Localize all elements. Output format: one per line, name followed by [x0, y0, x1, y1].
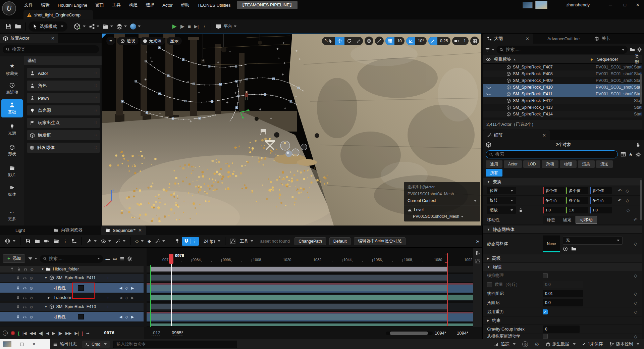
- track-visibility-f411[interactable]: ⊘ 可视性 ◀◇▶: [0, 283, 144, 293]
- place-item-pawn[interactable]: Pawn⁞⁞: [27, 93, 100, 103]
- tab-advance-outline[interactable]: AdvanceOutLine: [543, 34, 584, 44]
- table-row[interactable]: SM_SpireRock_F413StaticMe: [483, 104, 642, 111]
- timeline-ruler[interactable]: 0972098409961008102010321044105610681080…: [147, 253, 482, 265]
- step-forward-button[interactable]: |▶: [58, 331, 62, 336]
- tab-content-browser[interactable]: 内容浏览器: [54, 227, 83, 233]
- section-physics[interactable]: ▼物理: [483, 263, 642, 271]
- move-tool[interactable]: [335, 37, 344, 45]
- mesh-select-dropdown[interactable]: 无: [563, 237, 623, 245]
- object-section-bar[interactable]: [150, 275, 447, 281]
- sidebar-item-favorites[interactable]: ★收藏夹: [1, 60, 23, 79]
- tab-levels[interactable]: 关卡: [590, 34, 614, 44]
- add-section-icon[interactable]: ＋: [106, 275, 110, 281]
- menu-edit[interactable]: 编辑: [37, 0, 54, 10]
- surface-snap-toggle[interactable]: [375, 37, 384, 45]
- keyframe-icon[interactable]: ◇: [634, 241, 637, 246]
- cinematics-dropdown[interactable]: [101, 21, 115, 32]
- viewport-menu-button[interactable]: ≡: [106, 37, 115, 45]
- default-button[interactable]: Default: [329, 237, 351, 245]
- timeline-scrollbar[interactable]: [386, 332, 433, 335]
- angle-snap-control[interactable]: 10°: [406, 37, 427, 45]
- channel-sliders-icon[interactable]: [475, 250, 480, 255]
- scale-tool[interactable]: [354, 39, 363, 43]
- change-path-button[interactable]: ChangePath: [294, 237, 326, 245]
- add-section-icon[interactable]: ＋: [106, 304, 110, 310]
- rotation-z-field[interactable]: 多个值: [590, 197, 612, 204]
- track-search-input[interactable]: 搜索.....: [40, 255, 103, 263]
- minimize-button[interactable]: ─: [604, 0, 617, 10]
- table-row[interactable]: SM_SpireRock_F412StaticMe: [483, 97, 642, 104]
- grid-snap-control[interactable]: 10: [385, 37, 404, 45]
- reset-icon[interactable]: ↶: [618, 188, 622, 193]
- tab-outliner[interactable]: 大纲✕: [483, 34, 533, 44]
- prev-key-icon[interactable]: ◀: [119, 286, 122, 290]
- outliner-search-input[interactable]: 搜索.....: [496, 46, 628, 54]
- show-dropdown[interactable]: 显示: [167, 37, 182, 45]
- outliner-settings-button[interactable]: [637, 47, 642, 52]
- rotate-tool[interactable]: [344, 39, 354, 44]
- place-item-point-light[interactable]: 点光源⁞⁞: [27, 105, 100, 115]
- menu-teones-utilities[interactable]: TEONES Utilities: [194, 0, 235, 10]
- location-y-field[interactable]: 多个值: [566, 187, 588, 194]
- tools-dropdown[interactable]: 工具: [237, 238, 255, 244]
- location-dropdown[interactable]: 位置: [487, 187, 516, 194]
- place-item-trigger-sphere[interactable]: 触发球体⁞⁞: [27, 143, 100, 153]
- scale-dropdown[interactable]: 缩放: [487, 206, 516, 214]
- tab-light[interactable]: Light: [0, 228, 40, 233]
- track-visibility-f410[interactable]: ⊘ 可视性 ◀◇▶: [0, 312, 144, 321]
- add-actor-dropdown[interactable]: +: [72, 21, 87, 32]
- eye-column[interactable]: [483, 93, 494, 95]
- close-icon[interactable]: ✕: [32, 342, 36, 347]
- linear-damping-field[interactable]: 0.01: [543, 290, 583, 297]
- tab-details[interactable]: 细节✕: [483, 130, 550, 140]
- eye-column[interactable]: [483, 86, 494, 89]
- mass-override-checkbox[interactable]: [487, 282, 492, 287]
- visibility-value-combobox[interactable]: [78, 314, 84, 319]
- auto-key-button[interactable]: ◆: [146, 239, 153, 244]
- select-mode-dropdown[interactable]: 选择模式: [29, 21, 67, 32]
- play-settings-dropdown[interactable]: [128, 21, 142, 32]
- info-icon[interactable]: i: [3, 331, 8, 336]
- sidebar-item-basic[interactable]: 基础: [1, 99, 23, 117]
- to-end-button[interactable]: ▶|: [74, 331, 78, 336]
- view-end-field[interactable]: 1094*: [457, 331, 468, 336]
- row-constraints[interactable]: ▶约束: [483, 316, 642, 325]
- record-button[interactable]: [11, 331, 15, 335]
- filter-chip-general[interactable]: 通用: [486, 160, 502, 168]
- keyframe-icon[interactable]: ◇: [626, 188, 629, 193]
- browse-content-button[interactable]: [13, 21, 23, 32]
- asset-tab-shot-light[interactable]: shot_light_EngineComp: [23, 10, 93, 19]
- keyframe-icon[interactable]: ◇: [627, 208, 630, 213]
- menu-window[interactable]: 窗口: [91, 0, 108, 10]
- location-z-field[interactable]: 多个值: [590, 187, 612, 194]
- rotation-x-field[interactable]: 多个值: [543, 197, 565, 204]
- view-density-relaxed[interactable]: [120, 256, 124, 261]
- track-filter-button[interactable]: [28, 256, 37, 261]
- fps-dropdown[interactable]: 24 fps: [202, 239, 222, 244]
- place-search-input[interactable]: 搜索类: [3, 45, 99, 53]
- tab-sequencer[interactable]: Sequencer* ✕: [101, 226, 146, 235]
- sequencer-settings-button[interactable]: [127, 256, 132, 261]
- advance-button[interactable]: ▶|: [193, 21, 200, 32]
- save-sequence-button[interactable]: [23, 239, 33, 244]
- track-sm-spirerock-f410[interactable]: ⊘ ▼ SM_SpireRock_F410 ＋: [0, 303, 144, 311]
- visibility-section-bar[interactable]: [150, 314, 447, 320]
- table-row[interactable]: SM_SpireRock_F408PV001_SC01_shot004Stati…: [483, 70, 642, 77]
- playhead-line[interactable]: [171, 264, 172, 326]
- curve-editor-button[interactable]: [228, 239, 237, 244]
- add-track-button[interactable]: ＋添加: [3, 254, 25, 263]
- filter-chip-streaming[interactable]: 流送: [596, 160, 613, 168]
- table-row[interactable]: SM_SpireRock_F409PV001_SC01_shot004Stati…: [483, 77, 642, 84]
- close-icon[interactable]: ✕: [542, 133, 546, 138]
- snap-toggle[interactable]: ⋮: [182, 237, 199, 246]
- current-frame[interactable]: 0976: [104, 331, 114, 336]
- keyframe-options-dropdown[interactable]: ◇: [133, 239, 146, 244]
- gravity-group-field[interactable]: 0: [543, 326, 580, 333]
- filter-chip-all[interactable]: 所有: [486, 169, 502, 177]
- set-end-bracket[interactable]: ]: [82, 331, 83, 336]
- playback-options-dropdown[interactable]: [113, 239, 127, 244]
- lock-open-icon[interactable]: [519, 208, 523, 212]
- place-item-player-start[interactable]: 玩家出生点⁞⁞: [27, 118, 100, 128]
- favorites-button[interactable]: ★: [629, 151, 633, 157]
- sidebar-item-more[interactable]: ⋯更多: [1, 207, 23, 225]
